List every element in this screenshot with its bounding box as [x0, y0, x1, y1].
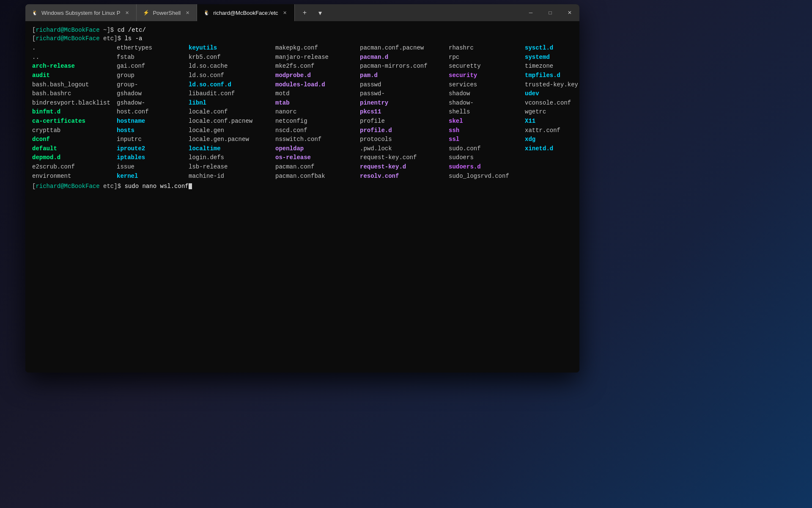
powershell-tab-label: PowerShell [153, 10, 181, 16]
file-col-4: makepkg.conf manjaro-release mke2fs.conf… [275, 44, 360, 181]
list-item: manjaro-release [275, 53, 360, 62]
list-item: protocols [360, 135, 449, 144]
powershell-tab-close[interactable]: ✕ [184, 9, 191, 16]
list-item: nanorc [275, 108, 360, 117]
list-item-services: services [449, 80, 525, 90]
list-item: xattr.conf [525, 126, 579, 135]
list-item: sudoers.d [449, 163, 525, 172]
list-item: rpc [449, 53, 525, 62]
etc-tab-icon: 🐧 [203, 9, 210, 16]
list-item: pkcs11 [360, 108, 449, 117]
list-item: rhashrc [449, 44, 525, 53]
list-item: dconf [32, 135, 117, 144]
file-col-5: pacman.conf.pacnew pacman.d pacman-mirro… [360, 44, 449, 181]
list-item: machine-id [189, 172, 275, 181]
list-item: default [32, 144, 117, 154]
list-item: libaudit.conf [189, 89, 275, 99]
list-item-security: security [449, 71, 525, 80]
tab-powershell[interactable]: ⚡ PowerShell ✕ [137, 4, 197, 21]
file-col-2: ethertypes fstab gai.conf group group- g… [117, 44, 189, 181]
list-item: sudoers [449, 153, 525, 163]
list-item: locale.gen.pacnew [189, 135, 275, 144]
wsl-tab-icon: 🐧 [31, 9, 38, 16]
list-item: bash.bash_logout [32, 80, 117, 90]
new-tab-button[interactable]: + [298, 6, 312, 19]
list-item: pacman-mirrors.conf [360, 62, 449, 71]
list-item: openldap [275, 144, 360, 154]
list-item: audit [32, 71, 117, 80]
list-item: timezone [525, 62, 579, 71]
list-item: e2scrub.conf [32, 163, 117, 172]
list-item: krb5.conf [189, 53, 275, 62]
list-item: locale.conf.pacnew [189, 117, 275, 126]
maximize-button[interactable]: □ [540, 4, 560, 21]
list-item: pacman.d [360, 53, 449, 62]
tab-dropdown-button[interactable]: ▾ [313, 6, 327, 19]
list-item: pacman.confbak [275, 172, 360, 181]
list-item: pacman.conf [275, 163, 360, 172]
list-item: skel [449, 117, 525, 126]
list-item: profile.d [360, 126, 449, 135]
terminal-content: [richard@McBookFace ~]$ cd /etc/ [richar… [25, 21, 579, 373]
list-item: xdg [525, 135, 579, 144]
list-item: login.defs [189, 153, 275, 163]
list-item: hostname [117, 117, 189, 126]
list-item: group [117, 71, 189, 80]
list-item: pinentry [360, 99, 449, 108]
list-item: locale.gen [189, 126, 275, 135]
titlebar: 🐧 Windows Subsystem for Linux P ✕ ⚡ Powe… [25, 4, 579, 21]
terminal-window: 🐧 Windows Subsystem for Linux P ✕ ⚡ Powe… [25, 4, 579, 373]
list-item: issue [117, 163, 189, 172]
list-item: ld.so.conf.d [189, 80, 275, 90]
list-item: wgetrc [525, 108, 579, 117]
list-item: gshadow [117, 89, 189, 99]
list-item: modprobe.d [275, 71, 360, 80]
list-item: X11 [525, 117, 579, 126]
list-item: iptables [117, 153, 189, 163]
list-item: inputrc [117, 135, 189, 144]
list-item: locale.conf [189, 108, 275, 117]
list-item: hosts [117, 126, 189, 135]
list-item: motd [275, 89, 360, 99]
list-item-shells: shells [449, 108, 525, 117]
list-item: group- [117, 80, 189, 90]
list-item: request-key.d [360, 163, 449, 172]
list-item: profile [360, 117, 449, 126]
list-item: resolv.conf [360, 172, 449, 181]
list-item: libnl [189, 99, 275, 108]
list-item: ca-certificates [32, 117, 117, 126]
terminal-cursor [189, 183, 192, 189]
list-item: pam.d [360, 71, 449, 80]
list-item: shadow [449, 89, 525, 99]
list-item: ld.so.conf [189, 71, 275, 80]
list-item: mtab [275, 99, 360, 108]
tab-etc[interactable]: 🐧 richard@McBookFace:/etc ✕ [197, 4, 294, 21]
file-col-3: keyutils krb5.conf ld.so.cache ld.so.con… [189, 44, 275, 181]
list-item: passwd- [360, 89, 449, 99]
list-item: sysctl.d [525, 44, 579, 53]
list-item: sudo_logsrvd.conf [449, 172, 525, 181]
list-item: kernel [117, 172, 189, 181]
list-item: tmpfiles.d [525, 71, 579, 80]
close-button[interactable]: ✕ [560, 4, 579, 21]
minimize-button[interactable]: ─ [521, 4, 540, 21]
list-item: .pwd.lock [360, 144, 449, 154]
wsl-tab-label: Windows Subsystem for Linux P [41, 10, 120, 16]
list-item: fstab [117, 53, 189, 62]
tab-wsl[interactable]: 🐧 Windows Subsystem for Linux P ✕ [25, 4, 137, 21]
list-item: environment [32, 172, 117, 181]
list-item: ethertypes [117, 44, 189, 53]
file-col-7: sysctl.d systemd timezone tmpfiles.d tru… [525, 44, 579, 181]
list-item: shadow- [449, 99, 525, 108]
list-item: binfmt.d [32, 108, 117, 117]
list-item: pacman.conf.pacnew [360, 44, 449, 53]
list-item: securetty [449, 62, 525, 71]
wsl-tab-close[interactable]: ✕ [123, 9, 130, 16]
etc-tab-close[interactable]: ✕ [282, 9, 288, 16]
list-item: nsswitch.conf [275, 135, 360, 144]
list-item: .. [32, 53, 117, 62]
terminal-line-1: [richard@McBookFace ~]$ cd /etc/ [32, 26, 573, 35]
terminal-line-2: [richard@McBookFace etc]$ ls -a [32, 35, 573, 43]
list-item: . [32, 44, 117, 53]
etc-tab-label: richard@McBookFace:/etc [213, 10, 278, 16]
